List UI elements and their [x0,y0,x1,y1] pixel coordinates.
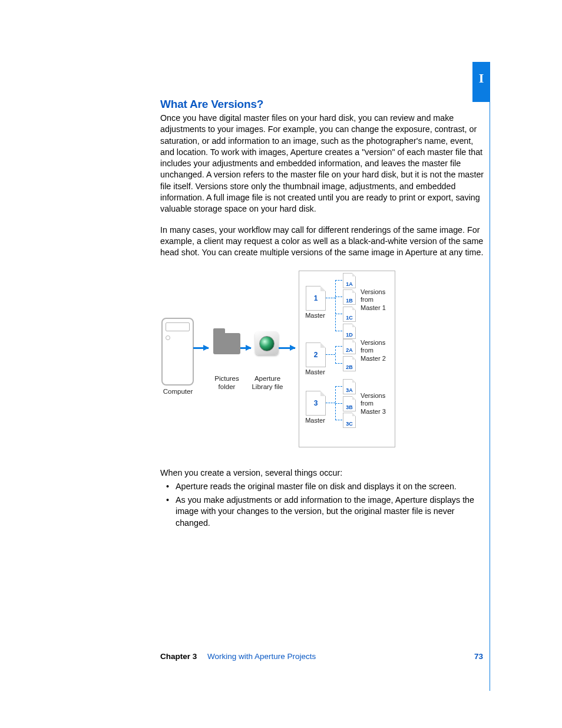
chapter-title: Working with Aperture Projects [207,652,316,661]
version-label: 2A [343,347,355,353]
dash-line [335,386,342,387]
version-file: 1D [343,324,356,339]
label-line: folder [219,383,236,390]
version-file: 3B [343,396,356,411]
label-line: from [361,400,373,407]
master-file-3: 3 [306,391,326,416]
pictures-folder-label: Pictures folder [210,374,244,391]
label-line: from [361,296,373,303]
aperture-library-icon [255,331,279,355]
dash-line [335,346,342,347]
page: I What Are Versions? Once you have digit… [0,0,562,728]
label-line: Versions [361,288,385,295]
body-paragraph-3: When you create a version, several thing… [160,467,489,479]
bullet-list: Aperture reads the original master file … [160,481,489,529]
computer-icon [161,318,194,386]
version-file: 1A [343,273,356,288]
dash-line [335,280,336,331]
version-file: 2A [343,339,356,354]
dash-line [335,403,342,404]
master-file-2: 2 [306,342,326,367]
version-file: 1B [343,289,356,305]
margin-rule [490,102,490,691]
label-line: Master 1 [361,304,386,311]
master-label: Master [303,368,327,375]
label-line: Master 3 [361,408,386,415]
dash-line [335,420,342,420]
body-paragraph-2: In many cases, your workflow may call fo… [160,225,489,259]
dash-line [335,331,342,331]
section-tab: I [472,62,490,102]
version-file: 2B [343,356,356,371]
versions-from-label-1: Versions from Master 1 [361,288,396,312]
dash-line [335,363,342,364]
dash-line [335,314,342,314]
master-number: 1 [306,286,325,310]
label-line: Aperture [254,375,280,382]
list-item: As you make adjustments or add informati… [168,495,489,529]
version-file: 1C [343,307,356,322]
versions-diagram: Computer Pictures folder Aperture Librar… [160,268,489,454]
dash-line [335,297,342,297]
arrow-2 [240,347,251,349]
version-label: 2B [343,364,355,370]
label-line: Master 2 [361,355,386,362]
master-file-1: 1 [306,286,326,311]
dash-line [326,298,335,298]
version-file: 3A [343,379,356,394]
computer-label: Computer [157,387,199,396]
section-heading: What Are Versions? [160,98,489,111]
label-line: Library file [252,383,283,390]
folder-icon [213,333,240,354]
page-number: 73 [474,652,483,661]
page-footer: Chapter 3 Working with Aperture Projects… [160,652,483,661]
version-label: 3B [343,404,355,410]
versions-from-label-3: Versions from Master 3 [361,392,396,416]
dash-line [326,403,335,403]
list-item: Aperture reads the original master file … [168,481,489,492]
version-label: 1D [343,332,355,338]
version-label: 1C [343,315,355,321]
arrow-1 [193,347,209,349]
version-label: 1A [343,281,355,287]
lens-icon [259,336,275,351]
aperture-library-label: Aperture Library file [249,374,286,391]
master-label: Master [303,417,327,424]
dash-line [335,280,342,281]
chapter-label: Chapter 3 [160,652,197,661]
version-label: 3C [343,421,355,427]
arrow-3 [279,347,295,349]
versions-from-label-2: Versions from Master 2 [361,339,396,363]
version-label: 1B [343,298,355,304]
master-label: Master [303,312,327,319]
content-area: What Are Versions? Once you have digital… [160,98,489,531]
dash-line [326,354,335,355]
label-line: from [361,347,373,354]
label-line: Versions [361,339,385,346]
dash-line [335,346,336,364]
version-file: 3C [343,413,356,428]
label-line: Pictures [214,375,239,382]
version-label: 3A [343,387,355,393]
body-paragraph-1: Once you have digital master files on yo… [160,113,489,215]
master-number: 3 [306,391,325,415]
label-line: Versions [361,392,385,399]
master-number: 2 [306,343,325,367]
